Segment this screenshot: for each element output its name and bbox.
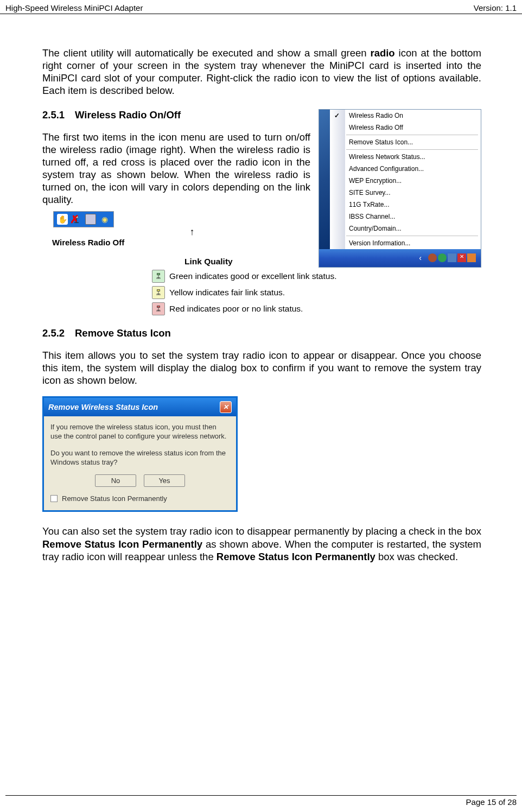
- tray-icon-2[interactable]: [438, 253, 447, 262]
- menu-item-advanced[interactable]: Advanced Configuration...: [319, 163, 481, 175]
- antenna-green-icon: [152, 270, 165, 283]
- menu-item-survey[interactable]: SITE Survey...: [319, 187, 481, 199]
- menu-item-country[interactable]: Country/Domain...: [319, 223, 481, 234]
- menu-item-radio-off[interactable]: Wireless Radio Off: [319, 122, 481, 134]
- menu-divider: [346, 135, 478, 135]
- intro-paragraph: The client utility will automatically be…: [42, 47, 481, 97]
- tray-icon-1[interactable]: [428, 253, 437, 262]
- tray-icon-5[interactable]: [467, 253, 476, 262]
- para-after-dialog: You can also set the system tray radio i…: [42, 525, 481, 562]
- page-footer: Page 15 of 28: [5, 795, 517, 807]
- page-header: High-Speed Wireless MiniPCI Adapter Vers…: [0, 0, 522, 14]
- svg-rect-3: [157, 306, 160, 307]
- tray-icon-3[interactable]: [448, 253, 456, 262]
- tray-antenna-off-icon[interactable]: ✕: [457, 253, 466, 262]
- antenna-red-icon: [152, 302, 165, 315]
- dialog-p1: If you remove the wireless status icon, …: [50, 423, 230, 441]
- sound-icon: ◉: [99, 214, 110, 225]
- menu-item-txrate[interactable]: 11G TxRate...: [319, 199, 481, 211]
- antenna-yellow-icon: [152, 286, 165, 299]
- dialog-buttons: No Yes: [50, 474, 230, 487]
- page-number: Page 15 of 28: [466, 797, 517, 807]
- permanent-checkbox[interactable]: [50, 495, 58, 502]
- svg-rect-2: [157, 289, 160, 291]
- section-251-header: 2.5.1Wireless Radio On/Off: [42, 109, 310, 121]
- section-252: 2.5.2Remove Status Icon This item allows…: [42, 327, 481, 563]
- header-right: Version: 1.1: [474, 3, 517, 12]
- link-quality-row-yellow: Yellow indicates fair link status.: [152, 286, 481, 299]
- monitor-icon: [85, 214, 96, 225]
- tray-section: ✕: [426, 253, 478, 262]
- header-left: High-Speed Wireless MiniPCI Adapter: [5, 3, 143, 12]
- taskbar: ‹ ✕: [319, 249, 481, 267]
- wireless-radio-off-label: Wireless Radio Off: [52, 238, 310, 247]
- menu-item-radio-on[interactable]: Wireless Radio On: [319, 110, 481, 122]
- checkbox-row: Remove Status Icon Permanently: [50, 494, 230, 503]
- link-quality-yellow-text: Yellow indicates fair link status.: [169, 288, 285, 297]
- systray-illustration: ✋ ✗ ◉: [42, 211, 310, 227]
- context-menu: Wireless Radio On Wireless Radio Off Rem…: [319, 109, 481, 268]
- menu-divider: [346, 149, 478, 150]
- menu-item-wep[interactable]: WEP Encryption...: [319, 175, 481, 187]
- dialog-body: If you remove the wireless status icon, …: [44, 416, 236, 511]
- close-icon[interactable]: ✕: [220, 401, 232, 413]
- arrow-up-icon: ↑: [74, 226, 310, 238]
- checkbox-label: Remove Status Icon Permanently: [62, 494, 167, 503]
- section-252-header: 2.5.2Remove Status Icon: [42, 327, 481, 339]
- tray-chevron-icon[interactable]: ‹: [419, 253, 422, 262]
- link-quality-row-red: Red indicates poor or no link status.: [152, 302, 481, 315]
- section-252-body: This item allows you to set the system t…: [42, 349, 481, 386]
- hand-icon: ✋: [57, 214, 68, 225]
- dialog-titlebar: Remove Wireless Status Icon ✕: [44, 398, 236, 416]
- link-quality-row-green: Green indicates good or excellent link s…: [152, 270, 481, 283]
- menu-divider: [346, 236, 478, 236]
- section-251-body: The first two items in the icon menu are…: [42, 131, 310, 206]
- link-quality-green-text: Green indicates good or excellent link s…: [169, 271, 336, 281]
- remove-status-dialog: Remove Wireless Status Icon ✕ If you rem…: [42, 396, 238, 512]
- menu-item-version[interactable]: Version Information...: [319, 237, 481, 249]
- page-content: The client utility will automatically be…: [0, 14, 522, 563]
- dialog-title-text: Remove Wireless Status Icon: [48, 403, 158, 411]
- menu-item-remove-icon[interactable]: Remove Status Icon...: [319, 136, 481, 148]
- menu-item-status[interactable]: Wireless Network Status...: [319, 151, 481, 163]
- antenna-crossed-icon: ✗: [71, 214, 82, 225]
- dialog-p2: Do you want to remove the wireless statu…: [50, 449, 230, 467]
- no-button[interactable]: No: [95, 474, 136, 487]
- systray-box: ✋ ✗ ◉: [53, 211, 114, 227]
- svg-rect-1: [157, 273, 160, 275]
- menu-item-ibss[interactable]: IBSS Channel...: [319, 211, 481, 223]
- yes-button[interactable]: Yes: [144, 474, 185, 487]
- link-quality-red-text: Red indicates poor or no link status.: [169, 304, 303, 314]
